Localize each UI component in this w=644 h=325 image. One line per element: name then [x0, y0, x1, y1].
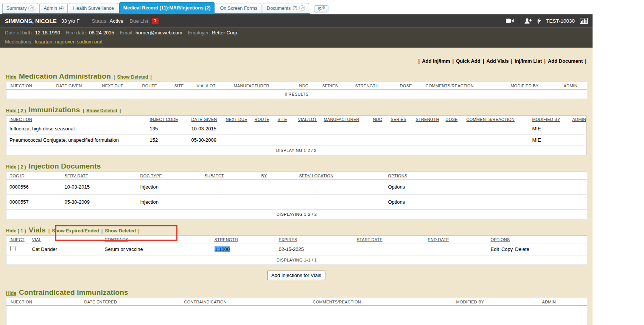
column-header-modified-by[interactable]: MODIFIED BY — [456, 300, 484, 304]
add-injections-for-vials-button[interactable]: Add Injections for Vials — [267, 271, 325, 280]
section-contraindicated-immunizations: Hide Contraindicated Immunizations INJEC… — [6, 288, 586, 325]
column-header-admin[interactable]: ADMIN — [572, 117, 586, 122]
add-person-icon[interactable] — [524, 18, 532, 24]
column-header-vial-lot[interactable]: VIAL/LOT — [298, 117, 317, 122]
hide-link[interactable]: Hide — [6, 74, 16, 80]
column-header-contents[interactable]: CONTENTS — [105, 237, 128, 242]
separator: | — [585, 58, 586, 64]
tab-admin[interactable]: Admin (4) — [39, 3, 68, 13]
column-header-date-given[interactable]: DATE GIVEN — [191, 117, 217, 122]
column-header-subject[interactable]: SUBJECT — [205, 173, 224, 178]
column-header-strength[interactable]: STRENGTH — [416, 117, 439, 122]
column-header-comments-reaction[interactable]: COMMENTS/REACTION — [426, 84, 474, 88]
settings-gear-button[interactable]: ⚙⚙ — [314, 5, 329, 12]
inj-imm-list-link[interactable]: Inj/Imm List — [515, 58, 542, 64]
column-header-doc-type[interactable]: DOC TYPE — [140, 173, 162, 178]
table-cell: 135 — [147, 123, 188, 135]
add-document-link[interactable]: Add Document — [548, 58, 583, 64]
column-header-series[interactable]: SERIES — [322, 84, 338, 88]
column-header-modified-by[interactable]: MODIFIED BY — [532, 117, 560, 122]
tab-medical-record[interactable]: Medical Record (11):MAR/Injections (2) — [119, 2, 215, 13]
tab-on-screen-forms[interactable]: On Screen Forms — [216, 3, 261, 13]
column-header-options[interactable]: OPTIONS — [388, 173, 408, 178]
column-header-manufacturer[interactable]: MANUFACTURER — [324, 117, 359, 122]
column-header-dose[interactable]: DOSE — [400, 84, 412, 88]
section-header: Hide Contraindicated Immunizations — [6, 288, 586, 297]
show-deleted-link[interactable]: Show Deleted — [117, 74, 148, 80]
due-list-badge[interactable]: 1 — [152, 18, 159, 24]
column-header-date-entered[interactable]: DATE ENTERED — [84, 300, 117, 304]
table-cell: 0000556 — [6, 180, 62, 195]
column-header-serv-date[interactable]: SERV DATE — [65, 173, 89, 178]
column-header-end-date[interactable]: END DATE — [428, 237, 449, 242]
column-header-modified-by[interactable]: MODIFIED BY — [511, 84, 539, 88]
quick-add-link[interactable]: Quick Add — [456, 58, 481, 64]
tab-label: On Screen Forms — [220, 6, 257, 11]
delete-link[interactable]: Delete — [515, 246, 529, 252]
column-header-injection[interactable]: INJECTION — [9, 300, 32, 304]
column-header-route[interactable]: ROUTE — [142, 84, 157, 88]
column-header-dose[interactable]: DOSE — [446, 117, 458, 122]
column-header-doc-id[interactable]: DOC ID — [9, 173, 25, 178]
column-header-admin[interactable]: ADMIN — [542, 300, 556, 304]
options-link[interactable]: Options — [388, 184, 405, 190]
column-header-inject[interactable]: INJECT — [9, 237, 25, 242]
bar-chart-icon[interactable] — [580, 18, 588, 24]
column-header-comments-reaction[interactable]: COMMENTS/REACTION — [467, 117, 515, 122]
column-header-strength[interactable]: STRENGTH — [355, 84, 379, 88]
row-checkbox[interactable] — [10, 246, 16, 251]
lightning-icon[interactable] — [537, 18, 541, 24]
popout-icon[interactable] — [28, 5, 34, 11]
table-cell: 1:1000 — [212, 243, 276, 255]
column-header-site[interactable]: SITE — [278, 117, 287, 122]
column-header-injection[interactable]: INJECTION — [9, 117, 32, 122]
hide-link[interactable]: Hide ( 2 ) — [6, 108, 26, 113]
medications-list[interactable]: losartan, naproxen sodium oral — [35, 39, 103, 45]
column-header-next-due[interactable]: NEXT DUE — [226, 117, 247, 122]
column-header-manufacturer[interactable]: MANUFACTURER — [234, 84, 269, 88]
column-header-expires[interactable]: EXPIRES — [279, 237, 297, 242]
edit-link[interactable]: Edit — [491, 246, 499, 252]
add-vials-link[interactable]: Add Vials — [486, 58, 509, 64]
tab-summary[interactable]: Summary — [2, 3, 38, 13]
separator: | — [101, 228, 103, 234]
column-header-options[interactable]: OPTIONS — [491, 237, 510, 242]
tab-health-surveillance[interactable]: Health Surveillance — [69, 3, 118, 13]
tab-bar: Summary Admin (4) Health Surveillance Me… — [0, 0, 593, 14]
column-header-next-due[interactable]: NEXT DUE — [102, 84, 124, 88]
separator: | — [150, 74, 152, 80]
section-title: Medication Administration — [19, 72, 111, 80]
column-header-admin[interactable]: ADMIN — [564, 84, 577, 88]
show-deleted-link[interactable]: Show Deleted — [105, 228, 136, 234]
column-header-start-date[interactable]: START DATE — [357, 237, 383, 242]
column-header-date-given[interactable]: DATE GIVEN — [56, 84, 82, 88]
options-link[interactable]: Options — [388, 199, 405, 205]
tab-documents[interactable]: Documents (7) — [263, 3, 309, 13]
column-header-route[interactable]: ROUTE — [255, 117, 270, 122]
column-header-ndc[interactable]: NDC — [373, 117, 382, 122]
column-header-site[interactable]: SITE — [174, 84, 184, 88]
column-header-comments-reaction[interactable]: COMMENTS/REACTION — [313, 300, 361, 304]
column-header-serv-location[interactable]: SERV LOCATION — [299, 173, 334, 178]
table-cell: 10-03-2015 — [188, 123, 223, 135]
empty-table-body — [6, 306, 587, 325]
column-header-injection[interactable]: INJECTION — [9, 84, 32, 88]
column-header-ndc[interactable]: NDC — [299, 84, 308, 88]
popout-icon[interactable] — [299, 5, 305, 11]
column-header-strength[interactable]: STRENGTH — [215, 237, 238, 242]
hide-link[interactable]: Hide ( 1 ) — [6, 228, 26, 234]
hide-link[interactable]: Hide — [6, 291, 16, 296]
video-camera-icon[interactable] — [506, 18, 514, 23]
show-deleted-link[interactable]: Show Deleted — [86, 108, 117, 113]
hide-link[interactable]: Hide ( 2 ) — [6, 164, 26, 170]
column-header-series[interactable]: SERIES — [391, 117, 407, 122]
column-header-contraindication[interactable]: CONTRAINDICATION — [184, 300, 227, 304]
column-header-vial-lot[interactable]: VIAL/LOT — [197, 84, 216, 88]
column-header-inject-code[interactable]: INJECT CODE — [150, 117, 178, 122]
hire-date-field: Hire date: 08-24-2015 — [66, 30, 114, 36]
copy-link[interactable]: Copy — [501, 246, 513, 252]
add-inj-imm-link[interactable]: Add Inj/Imm — [422, 58, 450, 64]
column-header-by[interactable]: BY — [261, 173, 267, 178]
show-expired-ended-link[interactable]: Show Expired/Ended — [52, 228, 99, 234]
column-header-vial[interactable]: VIAL — [32, 237, 42, 242]
